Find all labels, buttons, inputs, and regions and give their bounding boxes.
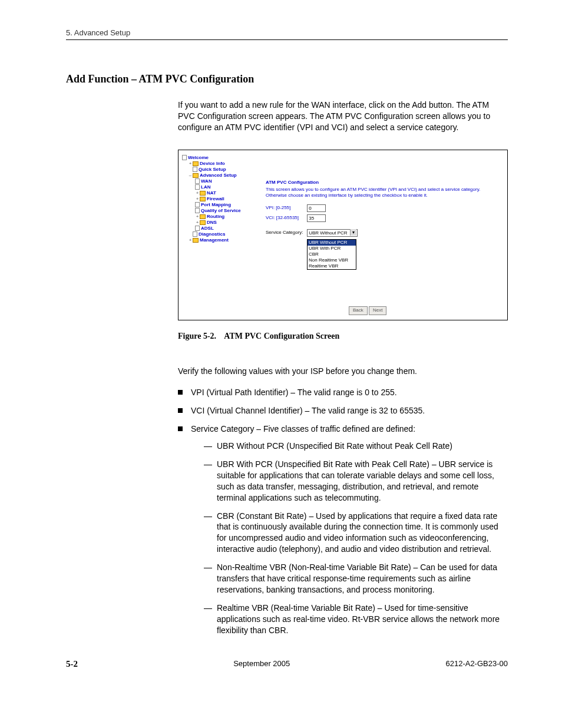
dash-non-realtime-vbr: Non-Realtime VBR (Non-Real-time Variable… xyxy=(204,562,508,595)
section-title: Add Function – ATM PVC Configuration xyxy=(66,73,508,85)
vci-label: VCI: [32-65535] xyxy=(266,215,306,221)
dropdown-option[interactable]: Non Realtime VBR xyxy=(308,257,356,263)
back-button[interactable]: Back xyxy=(349,306,368,315)
tree-management[interactable]: +Management xyxy=(182,237,253,243)
page-icon xyxy=(195,202,200,207)
footer-docnum: 6212-A2-GB23-00 xyxy=(445,659,508,669)
page-number: 5-2 xyxy=(66,659,78,669)
collapse-icon[interactable]: – xyxy=(188,173,193,178)
dropdown-option[interactable]: UBR Without PCR xyxy=(308,240,356,246)
expand-icon[interactable]: + xyxy=(195,190,200,196)
folder-icon xyxy=(200,214,206,219)
tree-advanced-setup[interactable]: –Advanced Setup xyxy=(182,173,253,178)
verify-text: Verify the following values with your IS… xyxy=(178,366,508,377)
expand-icon[interactable]: + xyxy=(195,196,200,202)
tree-lan[interactable]: LAN xyxy=(182,184,253,190)
dash-realtime-vbr: Realtime VBR (Real-time Variable Bit Rat… xyxy=(204,603,508,636)
bullet-vpi: VPI (Virtual Path Identifier) – The vali… xyxy=(178,387,508,398)
expand-icon[interactable]: + xyxy=(195,220,200,226)
folder-icon xyxy=(193,161,199,166)
bullet-service-category: Service Category – Five classes of traff… xyxy=(178,423,508,636)
vpi-input[interactable]: 0 xyxy=(307,204,326,212)
figure-caption: Figure 5-2. ATM PVC Configuration Screen xyxy=(178,331,508,342)
panel-title: ATM PVC Configuration xyxy=(266,180,495,186)
tree-nat[interactable]: +NAT xyxy=(182,190,253,196)
vci-input[interactable]: 35 xyxy=(307,214,326,222)
page-icon xyxy=(195,184,200,190)
folder-icon xyxy=(200,197,206,201)
tree-routing[interactable]: +Routing xyxy=(182,214,253,220)
sidebar-tree: Welcome +Device Info Quick Setup –Advanc… xyxy=(182,155,253,243)
expand-icon[interactable]: + xyxy=(188,161,193,167)
service-category-dropdown[interactable]: UBR Without PCR UBR With PCR CBR Non Rea… xyxy=(307,239,356,270)
dash-ubr-with-pcr: UBR With PCR (Unspecified Bit Rate with … xyxy=(204,459,508,504)
footer-date: September 2005 xyxy=(233,659,290,669)
next-button[interactable]: Next xyxy=(369,306,386,315)
folder-icon xyxy=(200,220,206,225)
screenshot-figure: Welcome +Device Info Quick Setup –Advanc… xyxy=(178,150,508,320)
service-category-select[interactable]: UBR Without PCR xyxy=(307,229,358,237)
tree-welcome[interactable]: Welcome xyxy=(182,155,253,161)
service-category-label: Service Category: xyxy=(266,230,306,236)
expand-icon[interactable]: + xyxy=(188,237,193,243)
page-footer: 5-2 September 2005 6212-A2-GB23-00 xyxy=(66,659,508,669)
tree-device-info[interactable]: +Device Info xyxy=(182,161,253,167)
tree-qos[interactable]: Quality of Service xyxy=(182,208,253,214)
intro-paragraph: If you want to add a new rule for the WA… xyxy=(178,100,508,133)
dropdown-option[interactable]: UBR With PCR xyxy=(308,246,356,252)
config-panel: ATM PVC Configuration This screen allows… xyxy=(266,180,495,270)
tree-port-mapping[interactable]: Port Mapping xyxy=(182,202,253,208)
tree-wan[interactable]: WAN xyxy=(182,178,253,184)
tree-dns[interactable]: +DNS xyxy=(182,220,253,226)
wizard-buttons: Back Next xyxy=(349,306,386,315)
dropdown-option[interactable]: CBR xyxy=(308,252,356,257)
page-icon xyxy=(195,208,200,213)
folder-icon xyxy=(193,173,199,178)
chapter-header: 5. Advanced Setup xyxy=(66,28,508,40)
bullet-vci: VCI (Virtual Channel Identifier) – The v… xyxy=(178,405,508,416)
dash-list: UBR Without PCR (Unspecified Bit Rate wi… xyxy=(191,441,508,636)
page-icon xyxy=(193,167,197,172)
expand-icon[interactable]: + xyxy=(195,214,200,220)
bullet-list: VPI (Virtual Path Identifier) – The vali… xyxy=(178,387,508,636)
panel-help-text: This screen allows you to configure an A… xyxy=(266,187,495,198)
page-icon xyxy=(193,231,197,237)
vpi-label: VPI: [0-255] xyxy=(266,205,306,211)
dash-ubr-without-pcr: UBR Without PCR (Unspecified Bit Rate wi… xyxy=(204,441,508,452)
dash-cbr: CBR (Constant Bit Rate) – Used by applic… xyxy=(204,511,508,555)
tree-diagnostics[interactable]: Diagnostics xyxy=(182,231,253,237)
tree-adsl[interactable]: ADSL xyxy=(182,226,253,231)
globe-icon xyxy=(182,155,187,160)
tree-firewall[interactable]: +Firewall xyxy=(182,196,253,202)
dropdown-option[interactable]: Realtime VBR xyxy=(308,263,356,269)
folder-icon xyxy=(193,238,199,243)
tree-quick-setup[interactable]: Quick Setup xyxy=(182,167,253,173)
page-icon xyxy=(195,178,200,184)
folder-icon xyxy=(200,191,206,196)
page-icon xyxy=(195,226,200,231)
